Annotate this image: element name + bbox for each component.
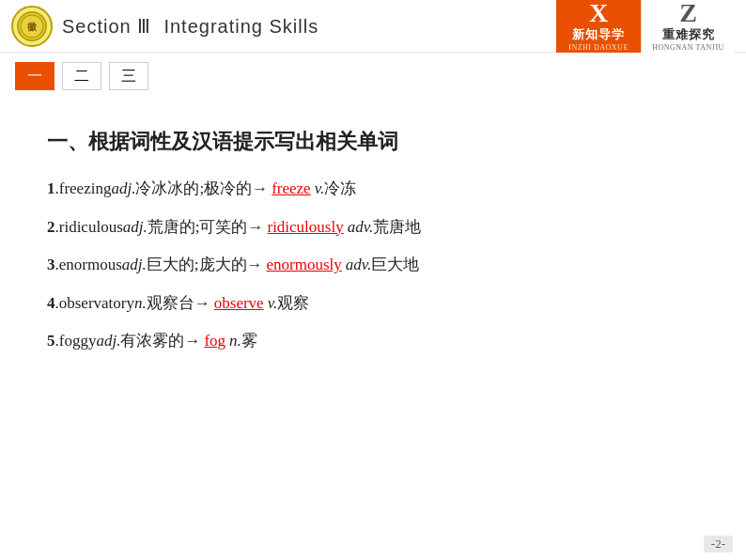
ex-suffix-italic: adv.	[348, 213, 374, 242]
section-title: Section Ⅲ Integrating Skills	[62, 15, 319, 38]
svg-text:徽: 徽	[26, 22, 38, 32]
exercise-line-1: 1.freezing adj.冷冰冰的;极冷的→freezev.冷冻	[47, 175, 699, 204]
header: 徽 Section Ⅲ Integrating Skills X 新知导学 IN…	[0, 0, 746, 53]
tab-1[interactable]: 一	[15, 62, 54, 90]
ex-adj-label: n.	[134, 289, 147, 319]
ex-adj-label: adj.	[122, 251, 147, 280]
ex-adj-label: adj.	[123, 213, 148, 242]
nav-x-button[interactable]: X 新知导学 INZHI DAOXUE	[556, 0, 641, 53]
logo: 徽	[11, 6, 53, 47]
ex-answer: observe	[210, 289, 268, 319]
ex-answer: enormously	[263, 251, 346, 280]
ex-cn-meaning: 观察台→	[147, 289, 210, 319]
header-right: X 新知导学 INZHI DAOXUE Z 重难探究 HONGNAN TANJI…	[556, 0, 735, 53]
ex-suffix-cn: 冷冻	[324, 175, 356, 204]
ex-answer: ridiculously	[263, 213, 347, 242]
ex-adj-label: adj.	[96, 327, 120, 356]
section-heading: 一、根据词性及汉语提示写出相关单词	[47, 128, 699, 156]
ex-number: 4.observatory	[47, 289, 134, 319]
nav-z-button[interactable]: Z 重难探究 HONGNAN TANJIU	[641, 0, 735, 53]
ex-suffix-cn: 雾	[241, 327, 257, 356]
nav-z-en: HONGNAN TANJIU	[652, 43, 724, 52]
ex-suffix-italic: adv.	[346, 251, 372, 280]
ex-cn-meaning: 冷冰冰的;极冷的→	[135, 175, 268, 204]
nav-x-en: INZHI DAOXUE	[568, 43, 629, 52]
exercise-line-3: 3.enormous adj.巨大的;庞大的→enormouslyadv.巨大地	[47, 251, 699, 280]
ex-cn-meaning: 巨大的;庞大的→	[147, 251, 263, 280]
ex-number: 2.ridiculous	[47, 213, 123, 242]
nav-z-letter: Z	[679, 0, 697, 26]
nav-z-cn: 重难探究	[662, 26, 715, 43]
exercise-line-2: 2.ridiculous adj.荒唐的;可笑的→ridiculouslyadv…	[47, 213, 699, 242]
ex-number: 3.enormous	[47, 251, 122, 280]
ex-suffix-cn: 观察	[277, 289, 309, 319]
tab-2[interactable]: 二	[62, 62, 101, 90]
ex-suffix-cn: 巨大地	[371, 251, 419, 280]
main-content: 一、根据词性及汉语提示写出相关单词 1.freezing adj.冷冰冰的;极冷…	[0, 100, 746, 384]
tab-bar: 一 二 三	[0, 53, 746, 100]
exercise-line-4: 4.observatory n.观察台→observev.观察	[47, 289, 699, 319]
tab-3[interactable]: 三	[109, 62, 148, 90]
logo-inner: 徽	[17, 11, 47, 41]
ex-number: 1.freezing	[47, 175, 111, 204]
ex-adj-label: adj.	[111, 175, 135, 204]
ex-cn-meaning: 荒唐的;可笑的→	[148, 213, 264, 242]
ex-suffix-italic: v.	[315, 175, 325, 204]
ex-cn-meaning: 有浓雾的→	[120, 327, 200, 356]
nav-x-letter: X	[589, 0, 608, 26]
exercise-line-5: 5.foggy adj.有浓雾的→fogn.雾	[47, 327, 699, 356]
page-number: -2-	[704, 536, 733, 552]
exercises-container: 1.freezing adj.冷冰冰的;极冷的→freezev.冷冻2.ridi…	[47, 175, 699, 356]
ex-suffix-italic: n.	[229, 327, 241, 356]
nav-x-cn: 新知导学	[572, 26, 625, 43]
ex-number: 5.foggy	[47, 327, 96, 356]
ex-answer: fog	[200, 327, 229, 356]
ex-suffix-italic: v.	[268, 289, 278, 319]
ex-answer: freeze	[268, 175, 315, 204]
ex-suffix-cn: 荒唐地	[373, 213, 421, 242]
